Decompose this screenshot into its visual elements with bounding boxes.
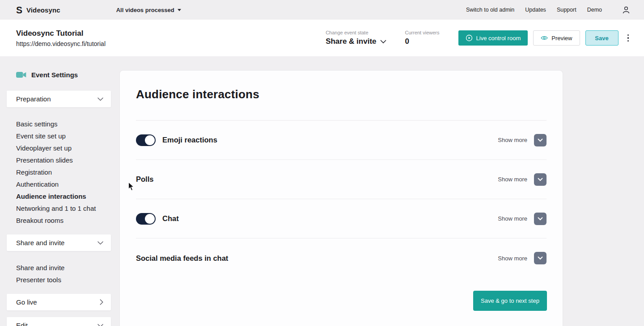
feature-toggle[interactable] xyxy=(136,134,156,146)
top-bar: S Videosync All videos processed Switch … xyxy=(0,0,644,20)
videos-processed-label: All videos processed xyxy=(116,7,174,13)
chevron-down-icon xyxy=(538,178,543,181)
topbar-link[interactable]: Updates xyxy=(525,7,546,13)
sidebar-item[interactable]: Event site set up xyxy=(16,130,96,142)
show-more-link[interactable]: Show more xyxy=(498,176,527,183)
brand-name: Videosync xyxy=(26,6,60,14)
topbar-link[interactable]: Demo xyxy=(587,7,602,13)
feature-toggle[interactable] xyxy=(136,213,156,225)
sidebar-title-label: Event Settings xyxy=(31,71,78,79)
toggle-knob xyxy=(145,214,155,224)
show-more-expand-button[interactable] xyxy=(534,173,547,186)
group-label: Edit xyxy=(16,322,28,326)
page-title: Audience interactions xyxy=(136,88,259,101)
sidebar-item[interactable]: Presenter tools xyxy=(16,274,64,286)
feature-row: Social media feeds in chat Show more xyxy=(136,238,547,278)
event-header: Videosync Tutorial https://demo.videosyn… xyxy=(0,20,644,56)
video-camera-icon xyxy=(16,71,26,78)
feature-label: Polls xyxy=(136,175,153,184)
preparation-items: Basic settings Event site set up Videopl… xyxy=(16,118,96,226)
sidebar-item[interactable]: Presentation slides xyxy=(16,154,96,166)
videos-processed-dropdown[interactable]: All videos processed xyxy=(116,7,181,13)
sidebar-group-go-live[interactable]: Go live xyxy=(7,294,111,310)
preview-button[interactable]: Preview xyxy=(533,30,580,46)
sidebar-group-edit[interactable]: Edit xyxy=(7,317,111,326)
dropdown-triangle-icon xyxy=(178,9,181,11)
feature-label: Chat xyxy=(162,214,179,223)
show-more-link[interactable]: Show more xyxy=(498,255,527,262)
sidebar-title: Event Settings xyxy=(16,71,78,79)
feature-label: Emoji reactions xyxy=(162,136,217,144)
chevron-down-icon xyxy=(538,256,543,260)
show-more-expand-button[interactable] xyxy=(534,213,547,225)
group-label: Preparation xyxy=(16,95,51,103)
event-title: Videosync Tutorial xyxy=(16,29,106,38)
chevron-down-icon xyxy=(97,97,103,101)
play-circle-icon xyxy=(466,34,473,42)
more-options-kebab-button[interactable] xyxy=(626,33,631,44)
event-state-value: Share & invite xyxy=(326,37,376,46)
feature-row: Chat Show more xyxy=(136,199,547,238)
event-identity: Videosync Tutorial https://demo.videosyn… xyxy=(16,29,106,47)
chevron-down-icon xyxy=(380,40,386,44)
person-icon xyxy=(622,5,631,14)
event-url[interactable]: https://demo.videosync.fi/tutorial xyxy=(16,40,106,47)
show-more-expand-button[interactable] xyxy=(534,134,547,146)
sidebar-item[interactable]: Networking and 1 to 1 chat xyxy=(16,202,96,214)
show-more-link[interactable]: Show more xyxy=(498,137,527,143)
settings-panel: Audience interactions Emoji reactions Sh… xyxy=(119,70,563,326)
sidebar-item[interactable]: Authentication xyxy=(16,178,96,190)
sidebar-item[interactable]: Breakout rooms xyxy=(16,214,96,226)
save-and-next-step-button[interactable]: Save & go to next step xyxy=(473,291,547,311)
chevron-down-icon xyxy=(97,241,103,245)
feature-label: Social media feeds in chat xyxy=(136,254,228,263)
feature-rows: Emoji reactions Show more Polls Show mor… xyxy=(136,121,547,278)
show-more-expand-button[interactable] xyxy=(534,252,547,264)
chevron-down-icon xyxy=(97,324,103,326)
chevron-down-icon xyxy=(538,138,543,142)
event-state-label: Change event state xyxy=(326,30,386,35)
brand[interactable]: S Videosync xyxy=(16,5,60,15)
share-items: Share and invite Presenter tools xyxy=(16,262,64,286)
videosync-logo-icon: S xyxy=(16,5,22,15)
group-label: Go live xyxy=(16,298,37,306)
sidebar-item[interactable]: Basic settings xyxy=(16,118,96,130)
topbar-link[interactable]: Support xyxy=(557,7,576,13)
sidebar-group-share-and-invite[interactable]: Share and invite xyxy=(7,234,111,251)
current-viewers-block: Current viewers 0 xyxy=(405,30,440,46)
group-label: Share and invite xyxy=(16,239,64,247)
live-control-room-button[interactable]: Live control room xyxy=(458,30,528,46)
sidebar-item[interactable]: Audience interactions xyxy=(16,190,96,202)
eye-icon xyxy=(541,35,548,41)
toggle-knob xyxy=(145,135,155,145)
feature-row: Polls Show more xyxy=(136,160,547,199)
sidebar-item[interactable]: Registration xyxy=(16,166,96,178)
topbar-link[interactable]: Switch to old admin xyxy=(466,7,514,13)
chevron-right-icon xyxy=(100,299,103,305)
event-state-block[interactable]: Change event state Share & invite xyxy=(326,30,386,46)
user-account-button[interactable] xyxy=(622,5,631,14)
sidebar-item[interactable]: Videoplayer set up xyxy=(16,142,96,154)
sidebar: Event Settings Preparation Basic setting… xyxy=(0,56,118,326)
topbar-links: Switch to old admin Updates Support Demo xyxy=(466,7,602,13)
current-viewers-label: Current viewers xyxy=(405,30,440,35)
current-viewers-count: 0 xyxy=(405,37,409,46)
sidebar-item[interactable]: Share and invite xyxy=(16,262,64,274)
sidebar-group-preparation[interactable]: Preparation xyxy=(7,91,111,107)
chevron-down-icon xyxy=(538,217,543,221)
show-more-link[interactable]: Show more xyxy=(498,215,527,222)
feature-row: Emoji reactions Show more xyxy=(136,121,547,160)
save-button[interactable]: Save xyxy=(585,30,619,46)
